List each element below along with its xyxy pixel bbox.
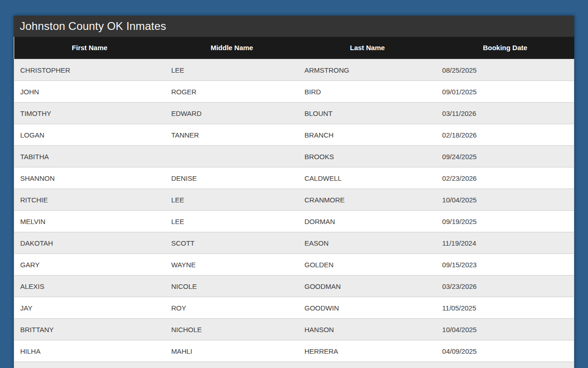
column-header-middle-name: Middle Name <box>165 37 299 59</box>
cell-last-name: BLOUNT <box>299 103 436 124</box>
cell-last-name: EASON <box>299 232 436 254</box>
column-header-last-name: Last Name <box>299 37 436 59</box>
cell-last-name: JONES <box>299 362 436 368</box>
table-header-row: First Name Middle Name Last Name Booking… <box>14 37 574 59</box>
column-header-booking-date: Booking Date <box>436 37 574 59</box>
table-row: JOHNROGERBIRD09/01/2025 <box>14 81 574 103</box>
table-row: TABITHABROOKS09/24/2025 <box>14 146 574 167</box>
inmates-table-card: Johnston County OK Inmates First Name Mi… <box>14 16 574 368</box>
inmates-table: First Name Middle Name Last Name Booking… <box>14 37 574 368</box>
cell-booking-date: 03/23/2026 <box>436 276 574 297</box>
cell-middle-name: NICOLE <box>165 276 299 297</box>
cell-first-name: LOGAN <box>14 124 165 146</box>
cell-middle-name: ROGER <box>165 81 299 103</box>
cell-last-name: ARMSTRONG <box>299 59 436 81</box>
cell-middle-name: LEE <box>165 59 299 81</box>
cell-first-name: RITCHIE <box>14 189 165 211</box>
cell-first-name: HILHA <box>14 340 165 362</box>
table-row: RITCHIELEECRANMORE10/04/2025 <box>14 189 574 211</box>
cell-booking-date: 11/19/2024 <box>436 232 574 254</box>
cell-middle-name: SCOTT <box>165 232 299 254</box>
table-row: GARYWAYNEGOLDEN09/15/2023 <box>14 254 574 276</box>
cell-booking-date: 09/15/2023 <box>436 254 574 276</box>
inmates-table-body: CHRISTOPHERLEEARMSTRONG08/25/2025JOHNROG… <box>14 59 574 368</box>
cell-booking-date: 02/23/2026 <box>436 167 574 189</box>
cell-middle-name: LEE <box>165 211 299 232</box>
cell-last-name: BRANCH <box>299 124 436 146</box>
table-row: CHRISTOPHERLEEARMSTRONG08/25/2025 <box>14 59 574 81</box>
cell-middle-name: RICKY <box>165 362 299 368</box>
cell-booking-date: 09/01/2025 <box>436 81 574 103</box>
cell-middle-name: WAYNE <box>165 254 299 276</box>
cell-middle-name: TANNER <box>165 124 299 146</box>
cell-first-name: TIMOTHY <box>14 103 165 124</box>
cell-last-name: CRANMORE <box>299 189 436 211</box>
table-row: HILHAMAHLIHERRERA04/09/2025 <box>14 340 574 362</box>
cell-booking-date: 03/11/2026 <box>436 103 574 124</box>
cell-first-name: CHRISTOPHER <box>14 59 165 81</box>
column-header-first-name: First Name <box>14 37 165 59</box>
cell-booking-date: 09/24/2025 <box>436 146 574 167</box>
cell-last-name: GOODMAN <box>299 276 436 297</box>
table-row: BRITTANYNICHOLEHANSON10/04/2025 <box>14 319 574 340</box>
cell-booking-date: 09/19/2025 <box>436 211 574 232</box>
table-row: DAKOTAHSCOTTEASON11/19/2024 <box>14 232 574 254</box>
cell-middle-name: DENISE <box>165 167 299 189</box>
cell-first-name: TABITHA <box>14 146 165 167</box>
cell-middle-name: ROY <box>165 297 299 319</box>
table-row: JAYROYGOODWIN11/05/2025 <box>14 297 574 319</box>
cell-booking-date: 02/18/2026 <box>436 124 574 146</box>
cell-booking-date: 10/04/2025 <box>436 189 574 211</box>
cell-first-name: DAKOTAH <box>14 232 165 254</box>
table-row: MELVINLEEDORMAN09/19/2025 <box>14 211 574 232</box>
cell-middle-name <box>165 146 299 167</box>
table-row: TIMOTHYEDWARDBLOUNT03/11/2026 <box>14 103 574 124</box>
cell-first-name: GARY <box>14 254 165 276</box>
cell-booking-date: 11/05/2025 <box>436 297 574 319</box>
cell-last-name: CALDWELL <box>299 167 436 189</box>
cell-first-name: JOHN <box>14 81 165 103</box>
cell-booking-date: 04/09/2025 <box>436 340 574 362</box>
cell-middle-name: LEE <box>165 189 299 211</box>
table-row: LOGANTANNERBRANCH02/18/2026 <box>14 124 574 146</box>
cell-first-name: MELVIN <box>14 211 165 232</box>
cell-middle-name: EDWARD <box>165 103 299 124</box>
cell-first-name: ALEXIS <box>14 276 165 297</box>
cell-middle-name: MAHLI <box>165 340 299 362</box>
cell-middle-name: NICHOLE <box>165 319 299 340</box>
cell-first-name: JAY <box>14 297 165 319</box>
cell-last-name: BIRD <box>299 81 436 103</box>
cell-first-name: ROWDY <box>14 362 165 368</box>
cell-booking-date: 08/25/2025 <box>436 59 574 81</box>
cell-last-name: HERRERA <box>299 340 436 362</box>
table-row: SHANNONDENISECALDWELL02/23/2026 <box>14 167 574 189</box>
cell-booking-date: 10/04/2025 <box>436 319 574 340</box>
table-row: ROWDYRICKYJONES07/17/2025 <box>14 362 574 368</box>
cell-last-name: GOODWIN <box>299 297 436 319</box>
cell-first-name: BRITTANY <box>14 319 165 340</box>
cell-last-name: DORMAN <box>299 211 436 232</box>
table-row: ALEXISNICOLEGOODMAN03/23/2026 <box>14 276 574 297</box>
page-title: Johnston County OK Inmates <box>14 16 574 37</box>
cell-first-name: SHANNON <box>14 167 165 189</box>
page-background: { "page": { "background_color": "#2d5e8c… <box>0 0 588 368</box>
cell-booking-date: 07/17/2025 <box>436 362 574 368</box>
cell-last-name: BROOKS <box>299 146 436 167</box>
cell-last-name: HANSON <box>299 319 436 340</box>
cell-last-name: GOLDEN <box>299 254 436 276</box>
